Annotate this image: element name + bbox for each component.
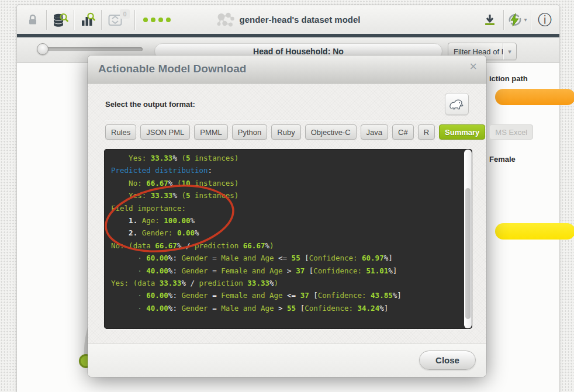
evaluations-count-badge: 0 [120,9,130,19]
summary-terminal[interactable]: Yes: 33.33% (5 instances)Predicted distr… [104,149,472,329]
format-tab-json-pml[interactable]: JSON PML [140,124,190,140]
lightning-icon [507,13,523,27]
format-tab-objective-c[interactable]: Objective-C [305,124,357,140]
terminal-line: Field importance: [111,202,461,214]
lock-button[interactable] [23,8,43,32]
modal-title: Actionable Model Download [98,63,246,75]
resource-title-group: gender-head's dataset model [216,5,361,34]
close-button[interactable]: Close [419,351,476,370]
terminal-line: · 60.00%: Gender = Female and Age <= 37 … [111,289,461,301]
terminal-line: No: 66.67% (10 instances) [111,177,461,189]
terminal-scrollbar-track[interactable] [464,150,472,328]
terminal-line: Yes: 33.33% (5 instances) [111,152,461,164]
modal-header: Actionable Model Download × [88,55,486,84]
format-tab-summary[interactable]: Summary [439,124,485,140]
format-divider [105,120,469,120]
status-dot-icon [166,18,171,22]
lock-icon [28,14,37,26]
format-tab-r[interactable]: R [418,124,435,140]
download-button[interactable] [480,8,500,32]
info-button[interactable]: ⓘ [535,8,555,32]
format-tab-ms-excel: MS Excel [489,124,533,140]
status-dots [139,18,175,22]
chart-search-icon [80,12,95,27]
dataset-button[interactable] [50,8,70,32]
page-title: gender-head's dataset model [240,15,361,25]
format-tab-java[interactable]: Java [361,124,388,140]
terminal-scrollbar-thumb[interactable] [465,188,471,319]
status-dot-icon [151,18,155,22]
terminal-line: · 60.00%: Gender = Male and Age <= 55 [C… [111,252,461,264]
output-format-label: Select the output format: [105,100,195,109]
prediction-output-label: Head of Household: No [253,47,344,56]
hadoop-export-button[interactable] [445,93,469,115]
status-dot-icon [158,18,163,22]
format-tab-python[interactable]: Python [232,124,267,140]
prediction-bar-orange [495,89,574,105]
model-cluster-icon [216,12,235,28]
evaluations-button[interactable]: 0 [105,8,125,32]
female-label: Female [489,155,516,164]
actions-button[interactable]: ▾ [507,8,527,32]
chevron-down-icon: ▾ [524,16,527,23]
format-tab-c-[interactable]: C# [392,124,414,140]
threshold-slider-handle[interactable] [37,43,49,55]
terminal-line: 1. Age: 100.00% [111,214,461,227]
terminal-line: · 40.00%: Gender = Female and Age > 37 [… [111,265,461,277]
terminal-output: Yes: 33.33% (5 instances)Predicted distr… [111,152,461,314]
close-icon[interactable]: × [469,60,477,73]
dataset-search-icon [53,12,68,27]
download-icon [483,13,496,26]
terminal-line: Yes: 33.33% (5 instances) [111,189,461,202]
toolbar: 0 gender-head's dataset [17,5,559,34]
toolbar-separator [503,10,504,30]
actionable-model-download-modal: Actionable Model Download × Select the o… [88,55,486,377]
terminal-line: No: (data 66.67% / prediction 66.67%) [111,240,461,252]
filter-dropdown-label: Filter Head of Ho... [448,47,503,56]
toolbar-separator [531,10,531,30]
format-tab-ruby[interactable]: Ruby [271,124,300,140]
toolbar-separator [74,10,74,30]
prediction-bar-yellow [495,223,574,240]
chart-button[interactable] [78,8,98,32]
toolbar-separator [101,10,102,30]
prediction-path-label: iction path [489,74,528,83]
screen: 0 gender-head's dataset [0,0,574,392]
format-tab-pmml[interactable]: PMML [194,124,228,140]
status-dot-icon [143,18,148,22]
toolbar-separator [134,10,135,30]
terminal-line: · 40.00%: Gender = Male and Age > 55 [Co… [111,302,461,314]
elephant-icon [448,98,466,111]
info-icon: ⓘ [538,13,552,27]
threshold-slider-track[interactable] [40,47,143,51]
format-tab-rules[interactable]: Rules [105,124,136,140]
terminal-line: 2. Gender: 0.00% [111,227,461,239]
terminal-line: Predicted distribution: [111,164,461,176]
terminal-line: Yes: (data 33.33% / prediction 33.33%) [111,277,461,289]
toolbar-separator [46,10,47,30]
modal-footer: Close [88,344,486,377]
chevron-down-icon: ▾ [503,43,516,60]
format-tabs: RulesJSON PMLPMMLPythonRubyObjective-CJa… [105,124,470,140]
